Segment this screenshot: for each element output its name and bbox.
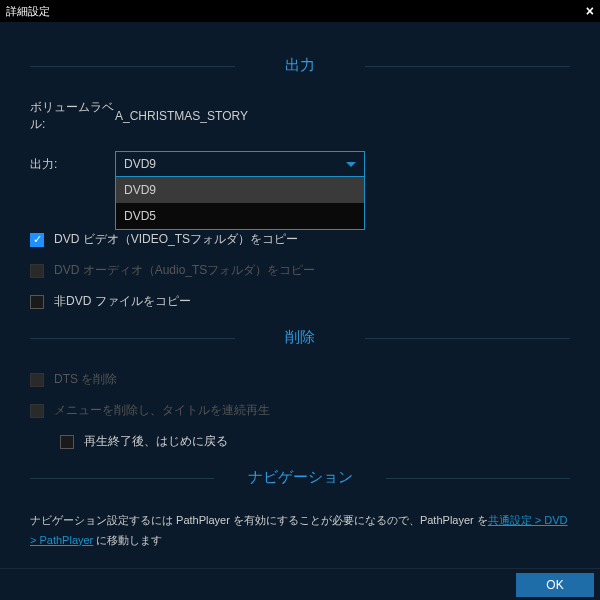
- section-nav-header: ナビゲーション: [30, 468, 570, 487]
- nav-text: ナビゲーション設定するには PathPlayer を有効にすることが必要になるの…: [30, 511, 570, 551]
- checkbox-audio-label: DVD オーディオ（Audio_TSフォルダ）をコピー: [54, 262, 315, 279]
- checkbox-loop[interactable]: [60, 435, 74, 449]
- checkbox-row-nondvd[interactable]: 非DVD ファイルをコピー: [30, 293, 570, 310]
- checkbox-nondvd-label: 非DVD ファイルをコピー: [54, 293, 191, 310]
- chevron-down-icon: [346, 162, 356, 167]
- checkbox-video-label: DVD ビデオ（VIDEO_TSフォルダ）をコピー: [54, 231, 298, 248]
- ok-button[interactable]: OK: [516, 573, 594, 597]
- output-dropdown[interactable]: DVD9: [115, 151, 365, 177]
- window-title: 詳細設定: [6, 4, 50, 19]
- volume-label-text: ボリュームラベル:: [30, 99, 115, 133]
- checkbox-row-dts: DTS を削除: [30, 371, 570, 388]
- output-dropdown-wrap: DVD9 DVD9 DVD5: [115, 151, 365, 177]
- checkbox-menu-label: メニューを削除し、タイトルを連続再生: [54, 402, 270, 419]
- checkbox-nondvd[interactable]: [30, 295, 44, 309]
- output-dropdown-value: DVD9: [124, 157, 156, 171]
- content: 出力 ボリュームラベル: A_CHRISTMAS_STORY 出力: DVD9 …: [0, 22, 600, 551]
- section-output-header: 出力: [30, 56, 570, 75]
- output-dest-row: 出力: DVD9 DVD9 DVD5: [30, 151, 570, 177]
- nav-text-2: に移動します: [93, 534, 162, 546]
- footer: OK: [0, 568, 600, 600]
- checkbox-audio: [30, 264, 44, 278]
- checkbox-dts: [30, 373, 44, 387]
- checkbox-dts-label: DTS を削除: [54, 371, 117, 388]
- output-dest-label: 出力:: [30, 156, 115, 173]
- checkbox-video[interactable]: [30, 233, 44, 247]
- volume-label-value: A_CHRISTMAS_STORY: [115, 109, 248, 123]
- checkbox-row-loop[interactable]: 再生終了後、はじめに戻る: [60, 433, 570, 450]
- nav-text-1: ナビゲーション設定するには PathPlayer を有効にすることが必要になるの…: [30, 514, 488, 526]
- titlebar: 詳細設定 ×: [0, 0, 600, 22]
- checkbox-loop-label: 再生終了後、はじめに戻る: [84, 433, 228, 450]
- dropdown-option-dvd5[interactable]: DVD5: [116, 203, 364, 229]
- checkbox-menu: [30, 404, 44, 418]
- section-remove-header: 削除: [30, 328, 570, 347]
- volume-label-row: ボリュームラベル: A_CHRISTMAS_STORY: [30, 99, 570, 133]
- checkbox-row-menu: メニューを削除し、タイトルを連続再生: [30, 402, 570, 419]
- dropdown-option-dvd9[interactable]: DVD9: [116, 177, 364, 203]
- close-icon[interactable]: ×: [586, 3, 594, 19]
- output-dropdown-list: DVD9 DVD5: [115, 177, 365, 230]
- checkbox-row-video[interactable]: DVD ビデオ（VIDEO_TSフォルダ）をコピー: [30, 231, 570, 248]
- checkbox-row-audio: DVD オーディオ（Audio_TSフォルダ）をコピー: [30, 262, 570, 279]
